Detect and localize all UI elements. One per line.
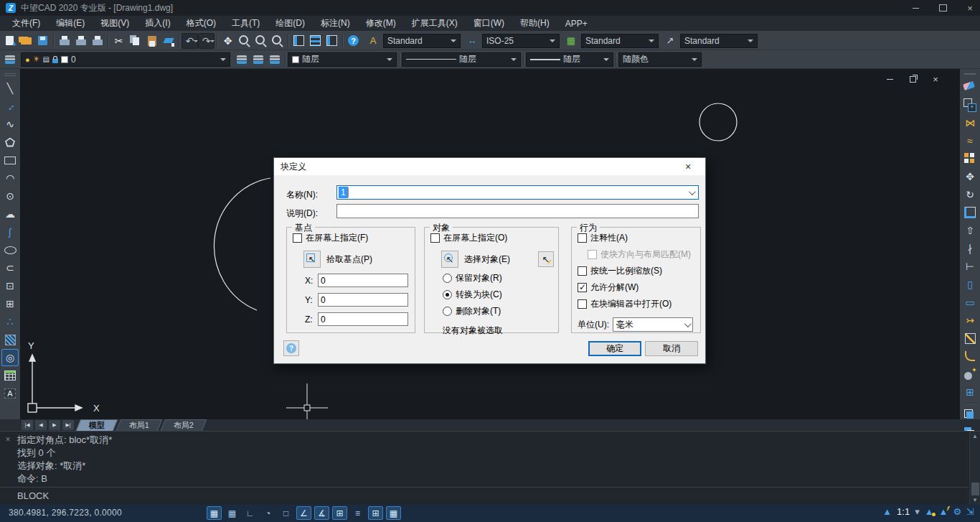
- layer-previous-icon[interactable]: [250, 52, 266, 67]
- properties-palette-icon[interactable]: [291, 33, 307, 49]
- menu-modify[interactable]: 修改(M): [358, 16, 404, 31]
- polar-toggle[interactable]: ◔: [260, 506, 275, 520]
- color-combo[interactable]: 随层: [288, 52, 397, 67]
- menu-format[interactable]: 格式(O): [179, 16, 224, 31]
- linetype-combo[interactable]: 随层: [402, 52, 521, 67]
- grid-toggle[interactable]: ▦: [207, 506, 222, 520]
- trim-tool-icon[interactable]: ∤: [961, 240, 979, 257]
- ellipse-tool-icon[interactable]: [1, 241, 19, 258]
- extend-tool-icon[interactable]: ⊢: [961, 258, 979, 275]
- design-center-icon[interactable]: [307, 33, 324, 49]
- copy-tool-icon[interactable]: [961, 96, 979, 113]
- last-tab-button[interactable]: ▶|: [62, 420, 74, 430]
- cut-icon[interactable]: ✂: [110, 33, 127, 49]
- explode-tool-icon[interactable]: [961, 365, 979, 383]
- copy-icon[interactable]: [127, 33, 143, 49]
- ok-button[interactable]: 确定: [588, 341, 641, 356]
- menu-dimension[interactable]: 标注(N): [313, 16, 358, 31]
- revision-cloud-tool-icon[interactable]: ☁: [1, 205, 19, 223]
- toolbar-grip[interactable]: [4, 73, 16, 76]
- break-tool-icon[interactable]: ▭: [961, 294, 979, 311]
- layer-isolate-icon[interactable]: [266, 52, 283, 67]
- delete-objects-radio[interactable]: 删除对象(T): [443, 305, 558, 317]
- coordinate-input[interactable]: [318, 293, 408, 307]
- polygon-tool-icon[interactable]: [1, 134, 19, 151]
- erase-tool-icon[interactable]: [961, 78, 979, 95]
- description-input[interactable]: [336, 204, 699, 218]
- tool-palettes-icon[interactable]: [324, 33, 340, 49]
- toolbar-grip[interactable]: [964, 73, 976, 75]
- annotation-visibility-icon[interactable]: ▲: [925, 506, 934, 517]
- scroll-down-icon[interactable]: ▼: [972, 497, 978, 503]
- dialog-close-icon[interactable]: ×: [677, 161, 699, 172]
- next-tab-button[interactable]: ▶: [49, 420, 60, 430]
- allow-exploding-checkbox[interactable]: 允许分解(W): [578, 281, 700, 294]
- redo-icon[interactable]: ↷: [198, 33, 215, 49]
- scrollbar-thumb[interactable]: [971, 483, 979, 495]
- coordinate-input[interactable]: [318, 274, 408, 287]
- retain-objects-radio[interactable]: 保留对象(R): [443, 272, 558, 284]
- zoom-realtime-icon[interactable]: [236, 33, 253, 49]
- menu-draw[interactable]: 绘图(D): [268, 16, 313, 31]
- menu-app-plus[interactable]: APP+: [557, 16, 595, 31]
- annotation-scale-icon[interactable]: ▲: [882, 506, 892, 517]
- offset-tool-icon[interactable]: ≈: [961, 132, 979, 149]
- rotate-tool-icon[interactable]: ↻: [961, 186, 979, 203]
- command-window[interactable]: × 指定对角点: bloc*取消*找到 0 个选择对象: *取消*命令: B B…: [0, 431, 980, 505]
- name-combo-dropdown[interactable]: [685, 190, 697, 195]
- menu-tools[interactable]: 工具(T): [224, 16, 268, 31]
- ortho-toggle[interactable]: ∟: [242, 506, 258, 520]
- block-tool-icon[interactable]: ⊞: [1, 295, 19, 312]
- tab-layout2[interactable]: 布局2: [161, 419, 207, 431]
- match-block-orientation-checkbox[interactable]: 使块方向与布局匹配(M): [588, 248, 700, 261]
- otrack-toggle[interactable]: ∡: [314, 506, 329, 520]
- menu-express-tools[interactable]: 扩展工具(X): [404, 16, 466, 31]
- spline-tool-icon[interactable]: ∫: [1, 223, 19, 241]
- table-tool-icon[interactable]: [1, 367, 19, 384]
- window-minimize-button[interactable]: [911, 4, 920, 12]
- scale-uniformly-checkbox[interactable]: 按统一比例缩放(S): [578, 265, 700, 277]
- construction-line-tool-icon[interactable]: ↔: [1, 98, 19, 115]
- help-icon[interactable]: [345, 33, 362, 49]
- join-tool-icon[interactable]: ↣: [961, 312, 979, 329]
- pick-point-button[interactable]: ↖: [303, 251, 321, 268]
- select-objects-button[interactable]: ↖: [441, 251, 458, 268]
- new-file-icon[interactable]: [1, 33, 18, 49]
- open-file-icon[interactable]: [18, 33, 34, 49]
- chamfer-tool-icon[interactable]: [961, 330, 979, 347]
- match-properties-icon[interactable]: [160, 33, 176, 49]
- esnap-toggle[interactable]: □: [278, 506, 293, 520]
- hatch-tool-icon[interactable]: [1, 331, 19, 348]
- workspace-gear-icon[interactable]: ⚙: [953, 506, 961, 517]
- window-maximize-button[interactable]: [938, 4, 947, 12]
- lineweight-combo[interactable]: 随层: [526, 52, 613, 67]
- fullscreen-icon[interactable]: ⇲: [966, 506, 974, 517]
- coordinate-input[interactable]: [318, 312, 408, 326]
- point-tool-icon[interactable]: ∴: [1, 313, 19, 330]
- paste-icon[interactable]: [143, 33, 160, 49]
- zoom-previous-icon[interactable]: [269, 33, 286, 49]
- prev-tab-button[interactable]: ◀: [35, 420, 47, 430]
- lineweight-toggle[interactable]: ≡: [350, 506, 365, 520]
- fillet-tool-icon[interactable]: [961, 348, 979, 365]
- break-at-point-tool-icon[interactable]: ▯: [961, 276, 979, 293]
- quick-select-button[interactable]: ↖: [538, 251, 554, 267]
- menu-window[interactable]: 窗口(W): [466, 16, 512, 31]
- save-icon[interactable]: [34, 33, 51, 49]
- layer-combo[interactable]: ● ☀ ▤ 0: [21, 52, 230, 67]
- rectangle-tool-icon[interactable]: [1, 152, 19, 169]
- ellipse-arc-tool-icon[interactable]: ⊂: [1, 259, 19, 276]
- menu-edit[interactable]: 编辑(E): [48, 16, 93, 31]
- print-preview-icon[interactable]: [72, 33, 89, 49]
- dyn-toggle[interactable]: ⊞: [332, 506, 347, 520]
- window-close-button[interactable]: ×: [966, 4, 974, 12]
- command-close-icon[interactable]: ×: [0, 432, 16, 486]
- annotation-monitor-toggle[interactable]: ▦: [386, 506, 401, 520]
- scroll-up-icon[interactable]: ▲: [972, 433, 978, 439]
- ducs-toggle[interactable]: ⊞: [368, 506, 383, 520]
- mdi-close-button[interactable]: ×: [931, 75, 940, 83]
- osnap-toggle[interactable]: ∠: [296, 506, 311, 520]
- undo-icon[interactable]: ↶: [182, 33, 198, 49]
- menu-view[interactable]: 视图(V): [93, 16, 137, 31]
- array-tool-icon[interactable]: [961, 150, 979, 167]
